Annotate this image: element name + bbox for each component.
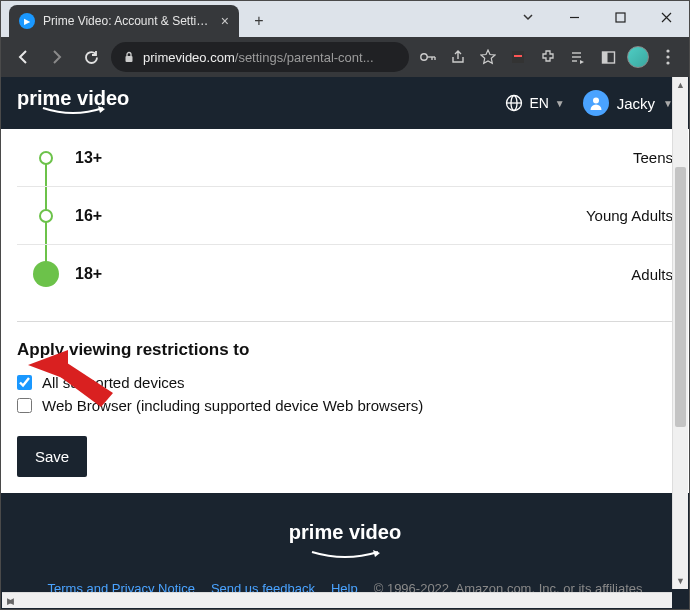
svg-rect-2	[126, 56, 133, 62]
svg-rect-13	[602, 52, 607, 63]
menu-dots-icon[interactable]	[655, 44, 681, 70]
profile-avatar-icon[interactable]	[625, 44, 651, 70]
back-button[interactable]	[9, 43, 37, 71]
user-avatar-icon	[583, 90, 609, 116]
restriction-label: Web Browser (including supported device …	[42, 397, 423, 414]
save-button[interactable]: Save	[17, 436, 87, 477]
divider	[17, 321, 673, 322]
restriction-option[interactable]: Web Browser (including supported device …	[17, 397, 673, 414]
chevron-down-icon: ▼	[555, 98, 565, 109]
browser-tab[interactable]: ▶ Prime Video: Account & Settings ×	[9, 5, 239, 37]
scroll-up-arrow-icon[interactable]: ▲	[673, 77, 688, 93]
bookmark-star-icon[interactable]	[475, 44, 501, 70]
rating-label: 18+	[75, 265, 102, 283]
key-icon[interactable]	[415, 44, 441, 70]
rating-row[interactable]: 13+Teens	[17, 129, 673, 187]
rating-row[interactable]: 18+Adults	[17, 245, 673, 303]
url-domain: primevideo.com	[143, 50, 235, 65]
restriction-checkbox[interactable]	[17, 375, 32, 390]
rating-description: Teens	[633, 149, 673, 166]
svg-point-15	[666, 55, 669, 58]
rating-node-icon	[39, 209, 53, 223]
scroll-right-arrow-icon[interactable]: ▶	[2, 593, 18, 609]
tab-title: Prime Video: Account & Settings	[43, 14, 213, 28]
scroll-down-arrow-icon[interactable]: ▼	[673, 573, 688, 589]
rating-label: 16+	[75, 207, 102, 225]
window-titlebar: ▶ Prime Video: Account & Settings × +	[1, 1, 689, 37]
svg-rect-1	[616, 13, 625, 22]
rating-node-icon	[39, 151, 53, 165]
playlist-icon[interactable]	[565, 44, 591, 70]
close-window-button[interactable]	[643, 1, 689, 33]
rating-node-icon	[33, 261, 59, 287]
restriction-label: All supported devices	[42, 374, 185, 391]
address-bar[interactable]: primevideo.com/settings/parental-cont...	[111, 42, 409, 72]
language-selector[interactable]: EN ▼	[505, 94, 564, 112]
chevron-down-icon[interactable]	[505, 1, 551, 33]
restriction-option[interactable]: All supported devices	[17, 374, 673, 391]
tab-favicon: ▶	[19, 13, 35, 29]
user-name: Jacky	[617, 95, 655, 112]
scroll-thumb[interactable]	[675, 167, 686, 427]
user-menu[interactable]: Jacky ▼	[583, 90, 673, 116]
rating-description: Young Adults	[586, 207, 673, 224]
extension-icon-1[interactable]	[505, 44, 531, 70]
language-label: EN	[529, 95, 548, 111]
svg-rect-8	[514, 55, 522, 57]
age-ratings-list: 13+Teens16+Young Adults18+Adults	[1, 129, 689, 303]
panel-icon[interactable]	[595, 44, 621, 70]
prime-video-header: prime video EN ▼ Jacky ▼	[1, 77, 689, 129]
svg-point-14	[666, 49, 669, 52]
forward-button[interactable]	[43, 43, 71, 71]
page-content: 13+Teens16+Young Adults18+Adults Apply v…	[1, 129, 689, 609]
svg-point-16	[666, 61, 669, 64]
restrictions-title: Apply viewing restrictions to	[17, 340, 673, 360]
new-tab-button[interactable]: +	[245, 7, 273, 35]
reload-button[interactable]	[77, 43, 105, 71]
horizontal-scrollbar[interactable]: ◀ ▶	[2, 592, 672, 608]
prime-video-logo[interactable]: prime video	[17, 88, 129, 118]
vertical-scrollbar[interactable]: ▲ ▼	[672, 77, 688, 589]
url-path: /settings/parental-cont...	[235, 50, 374, 65]
svg-point-3	[421, 54, 427, 60]
maximize-button[interactable]	[597, 1, 643, 33]
lock-icon	[123, 51, 135, 63]
rating-label: 13+	[75, 149, 102, 167]
minimize-button[interactable]	[551, 1, 597, 33]
rating-description: Adults	[631, 266, 673, 283]
browser-toolbar: primevideo.com/settings/parental-cont...	[1, 37, 689, 77]
share-icon[interactable]	[445, 44, 471, 70]
restriction-checkbox[interactable]	[17, 398, 32, 413]
svg-point-20	[593, 98, 599, 104]
rating-row[interactable]: 16+Young Adults	[17, 187, 673, 245]
extensions-icon[interactable]	[535, 44, 561, 70]
footer-logo: prime video	[17, 521, 673, 567]
close-tab-icon[interactable]: ×	[221, 13, 229, 29]
globe-icon	[505, 94, 523, 112]
